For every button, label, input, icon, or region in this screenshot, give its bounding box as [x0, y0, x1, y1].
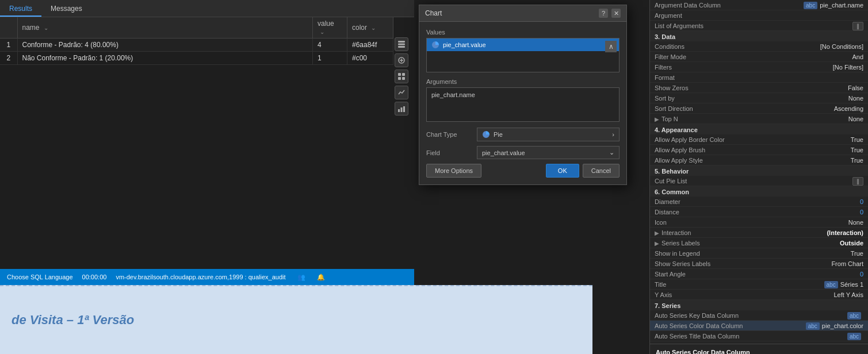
prop-label-sort-dir: Sort Direction — [655, 105, 693, 112]
prop-row-title: Title abcSéries 1 — [650, 279, 868, 290]
prop-label-diameter: Diameter — [655, 198, 680, 205]
toolbar-btn-4[interactable] — [395, 86, 408, 99]
pie-chart-type-icon — [482, 130, 490, 138]
prop-row-allow-style: Allow Apply Style True — [650, 155, 868, 166]
arguments-box[interactable]: pie_chart.name — [426, 87, 620, 122]
svg-rect-8 — [398, 77, 401, 80]
values-collapse-button[interactable]: ∧ — [605, 41, 617, 52]
sort-icon-color: ⌄ — [371, 25, 376, 31]
prop-value-auto-title: abc — [739, 333, 863, 340]
expand-arrow-series-labels: ▶ — [655, 240, 659, 247]
prop-row-allow-brush: Allow Apply Brush True — [650, 145, 868, 155]
toolbar-btn-1[interactable] — [395, 37, 408, 51]
dialog-footer: More Options OK Cancel — [426, 164, 620, 178]
field-row: Field pie_chart.value ⌄ — [426, 146, 620, 159]
more-options-button[interactable]: More Options — [426, 164, 481, 178]
expand-arrow-top-n: ▶ — [655, 116, 659, 122]
prop-row-sort-by: Sort by None — [650, 93, 868, 103]
prop-row-argument-data-col: Argument Data Column abcpie_chart.name — [650, 0, 868, 10]
dialog-help-button[interactable]: ? — [599, 9, 608, 18]
section-header-series: 7. Series — [650, 300, 868, 310]
col-header-color[interactable]: color ⌄ — [347, 17, 393, 39]
prop-row-interaction: ▶Interaction (Interaction) — [650, 228, 868, 238]
prop-row-list-of-args: List of Arguments ∥ — [650, 21, 868, 31]
sql-language-label[interactable]: Choose SQL Language — [7, 274, 73, 280]
tab-results[interactable]: Results — [0, 2, 41, 17]
chart-dialog: Chart ? ✕ Values pie_chart.value ∧ Argum… — [419, 5, 627, 185]
toolbar-btn-3[interactable] — [395, 70, 408, 83]
prop-row-argument: Argument — [650, 10, 868, 21]
prop-value-cut-pie: ∥ — [687, 178, 863, 184]
prop-row-top-n: ▶Top N None — [650, 114, 868, 124]
prop-row-allow-border-color: Allow Apply Border Color True — [650, 134, 868, 145]
dialog-content: Values pie_chart.value ∧ Arguments pie_c… — [419, 22, 626, 184]
prop-label-arg-data-col: Argument Data Column — [655, 2, 721, 9]
svg-rect-6 — [398, 73, 401, 76]
prop-label-show-in-legend: Show in Legend — [655, 250, 700, 257]
prop-value-sort-dir: Ascending — [693, 105, 863, 112]
row-name-1: Conforme - Padrão: 4 (80.00%) — [17, 39, 313, 52]
users-icon: 👥 — [297, 274, 305, 281]
prop-label-title: Title — [655, 281, 666, 288]
prop-label-allow-brush: Allow Apply Brush — [655, 147, 705, 153]
prop-value-conditions: [No Conditions] — [685, 43, 863, 50]
field-dropdown-icon: ⌄ — [609, 149, 614, 156]
status-bar: Choose SQL Language 00:00:00 vm-dev.braz… — [0, 269, 414, 285]
sort-icon-name: ⌄ — [44, 25, 48, 31]
svg-rect-9 — [402, 77, 405, 80]
tooltip-title: Auto Series Color Data Column — [656, 349, 862, 354]
values-item[interactable]: pie_chart.value — [427, 39, 619, 51]
prop-value-arg-data-col: abcpie_chart.name — [721, 2, 863, 9]
prop-label-show-series-labels: Show Series Labels — [655, 260, 710, 267]
prop-value-allow-style: True — [703, 157, 863, 164]
prop-value-filters: [No Filters] — [672, 64, 863, 71]
ok-button[interactable]: OK — [546, 164, 579, 178]
prop-value-sort-by: None — [675, 95, 863, 102]
chart-type-row: Chart Type Pie › — [426, 128, 620, 141]
prop-label-auto-title: Auto Series Title Data Column — [655, 333, 739, 340]
chart-type-value: Pie — [494, 131, 503, 138]
svg-rect-11 — [401, 107, 403, 112]
results-table: name ⌄ value ⌄ color ⌄ 1 Conforme — [0, 17, 393, 65]
toolbar-btn-5[interactable] — [395, 102, 408, 116]
right-panel: Argument Data Column abcpie_chart.name A… — [649, 0, 868, 354]
prop-label-icon: Icon — [655, 219, 667, 226]
field-label: Field — [426, 149, 472, 156]
prop-value-list-of-args: ∥ — [703, 22, 863, 29]
prop-row-start-angle: Start Angle 0 — [650, 269, 868, 279]
row-color-1: #6aa84f — [347, 39, 393, 52]
prop-value-show-zeros: False — [689, 84, 863, 91]
chart-type-select[interactable]: Pie › — [477, 128, 620, 141]
values-item-text: pie_chart.value — [443, 41, 486, 48]
prop-label-sort-by: Sort by — [655, 95, 675, 102]
prop-label-top-n: ▶Top N — [655, 116, 678, 122]
col-header-value[interactable]: value ⌄ — [313, 17, 347, 39]
prop-label-interaction: ▶Interaction — [655, 229, 691, 236]
tab-messages[interactable]: Messages — [41, 2, 91, 17]
dialog-close-button[interactable]: ✕ — [611, 9, 621, 18]
row-value-2: 1 — [313, 52, 347, 65]
prop-label-auto-color: Auto Series Color Data Column — [655, 322, 743, 329]
values-label: Values — [426, 29, 620, 36]
row-value-1: 4 — [313, 39, 347, 52]
row-num-2: 2 — [0, 52, 17, 65]
svg-rect-7 — [402, 73, 405, 76]
prop-value-y-axis: Left Y Axis — [672, 291, 863, 298]
values-box[interactable]: pie_chart.value ∧ — [426, 38, 620, 72]
row-name-2: Não Conforme - Padrão: 1 (20.00%) — [17, 52, 313, 65]
col-header-name[interactable]: name ⌄ — [17, 17, 313, 39]
field-select[interactable]: pie_chart.value ⌄ — [477, 146, 620, 159]
abc-tag: abc — [804, 2, 817, 9]
prop-label-conditions: Conditions — [655, 43, 685, 50]
prop-label-distance: Distance — [655, 209, 679, 216]
section-header-appearance: 4. Appearance — [650, 124, 868, 134]
bottom-title: de Visita – 1ª Versão — [12, 313, 134, 328]
prop-label-filter-mode: Filter Mode — [655, 53, 686, 60]
prop-value-title: abcSéries 1 — [666, 281, 863, 288]
cancel-button[interactable]: Cancel — [583, 164, 620, 178]
toolbar-btn-2[interactable] — [395, 53, 408, 67]
prop-value-auto-key: abc — [739, 312, 863, 319]
prop-label-show-zeros: Show Zeros — [655, 84, 689, 91]
prop-value-distance: 0 — [679, 209, 863, 216]
prop-value-series-labels: Outside — [700, 240, 863, 247]
